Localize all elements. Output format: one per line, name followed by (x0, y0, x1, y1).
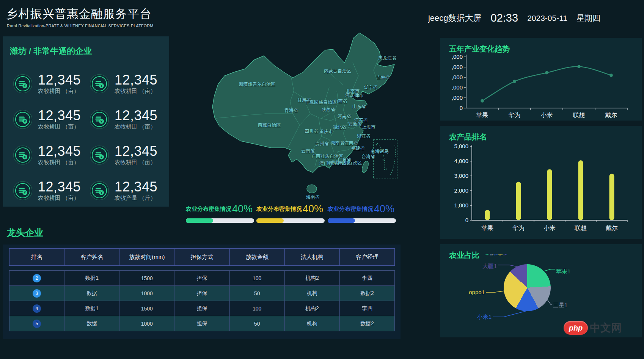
table-body: 2数据11500担保100机构2李四3数据1000担保50机构数据24数据115… (9, 271, 394, 331)
table-cell: 担保 (174, 316, 229, 331)
svg-text:小米1: 小米1 (477, 314, 492, 320)
stats-panel: 潍坊 / 非常牛逼的企业 ¥12,345农牧耕田 （亩）¥12,345农牧耕田 … (3, 36, 169, 207)
stat-value: 12,345 (115, 73, 157, 87)
province-label: 湖南省 (331, 140, 344, 146)
rank-cell: 3 (9, 285, 64, 301)
svg-text:1,000: 1,000 (454, 202, 468, 209)
dashboard-root: 乡村振兴普惠金融服务平台 Rural Revitalization-PRATT … (0, 0, 644, 359)
progress-label: 农业分布密集情况 (186, 205, 231, 213)
province-label: 贵州省 (315, 141, 329, 147)
page-subtitle: Rural Revitalization-PRATT & WHITNEY FIN… (7, 24, 154, 28)
stat-value: 12,345 (115, 144, 157, 158)
svg-text:¥: ¥ (24, 84, 26, 88)
coin-stack-yuan-icon: ¥ (90, 181, 109, 201)
stat-value: 12,345 (38, 108, 81, 123)
stat-value: 12,345 (38, 73, 81, 87)
svg-text:,000: ,000 (452, 53, 463, 60)
province-label: 内蒙古自治区 (324, 68, 351, 74)
density-progress: 农业分布密集情况40% (186, 203, 264, 223)
progress-label: 农业分布密集情况 (328, 205, 373, 213)
svg-text:5,000: 5,000 (454, 143, 468, 149)
table-cell: 担保 (174, 270, 229, 286)
progress-value: 40% (303, 203, 323, 215)
progress-fill (256, 218, 284, 223)
table-cell: 数据2 (339, 285, 395, 301)
svg-text:苹果: 苹果 (476, 112, 488, 118)
stat-card: ¥12,345农牧耕田 （亩） (90, 138, 166, 172)
table-header-cell: 放款时间(min) (119, 248, 174, 266)
province-label: 山西省 (334, 98, 347, 105)
clock-time: 02:33 (491, 12, 518, 24)
svg-text:¥: ¥ (24, 155, 26, 159)
progress-track (186, 218, 254, 223)
stat-card: ¥12,345农牧耕田 （亩） (13, 174, 90, 208)
leading-enterprises-table: 排名客户姓名放款时间(min)担保方式放款金额法人机构客户经理 2数据11500… (3, 245, 401, 339)
stat-label: 农牧耕田 （亩） (38, 194, 81, 202)
svg-text:¥: ¥ (24, 119, 26, 123)
ranking-bar-chart[interactable]: 01,0002,0003,0004,0005,000苹果华为小米联想戴尔 (445, 143, 637, 237)
province-label: 湖北省 (333, 124, 346, 131)
svg-text:,000: ,000 (452, 94, 463, 101)
table-row[interactable]: 4数据11500担保100机构2李四 (9, 301, 394, 316)
table-row[interactable]: 3数据1000担保50机构数据2 (9, 286, 394, 301)
province-label: 上海市 (362, 124, 375, 130)
svg-text:苹果1: 苹果1 (556, 268, 570, 274)
svg-text:0: 0 (460, 105, 463, 111)
table-cell: 100 (229, 301, 285, 316)
page-title: 乡村振兴普惠金融服务平台 (6, 6, 152, 22)
table-cell: 50 (229, 316, 285, 331)
table-cell: 数据 (64, 285, 119, 301)
province-label: 青海省 (284, 107, 298, 114)
rank-badge: 5 (33, 320, 41, 328)
province-label: 西藏自治区 (258, 122, 281, 129)
stat-label: 农牧耕田 （亩） (115, 159, 157, 166)
table-cell: 担保 (174, 301, 229, 316)
trend-line-chart[interactable]: 0,000,000,000,000,000苹果华为小米联想戴尔 (445, 52, 637, 120)
province-label: 吉林省 (376, 74, 390, 81)
svg-text:戴尔: 戴尔 (605, 112, 617, 118)
province-label: 海南省 (306, 194, 320, 201)
svg-text:,000: ,000 (452, 74, 463, 80)
stat-card: ¥12,345农牧耕田 （亩） (90, 67, 166, 101)
svg-text:大疆1: 大疆1 (482, 263, 497, 269)
province-label: 天津市 (350, 92, 364, 99)
stat-label: 农牧耕田 （亩） (115, 88, 157, 95)
svg-text:戴尔: 戴尔 (606, 225, 618, 231)
watermark: php 中文网 (564, 321, 622, 335)
province-label: 黑龙江省 (378, 55, 396, 61)
svg-text:¥: ¥ (101, 155, 102, 159)
svg-text:联想: 联想 (574, 225, 587, 231)
table-section-title: 龙头企业 (7, 227, 43, 239)
svg-text:¥: ¥ (101, 191, 102, 194)
china-map[interactable]: 新疆维吾尔自治区黑龙江省内蒙古自治区吉林省辽宁省北京市河北省天津市甘肃省宁夏回族… (174, 30, 410, 225)
stat-card: ¥12,345农牧耕田 （亩） (90, 102, 166, 136)
coin-stack-yuan-icon: ¥ (13, 145, 33, 165)
svg-text:4,000: 4,000 (454, 158, 468, 164)
stat-value: 12,345 (38, 144, 81, 158)
progress-fill (328, 218, 355, 223)
svg-text:,000: ,000 (452, 64, 463, 70)
svg-text:小米: 小米 (541, 112, 553, 118)
ranking-panel-title: 农产品排名 (449, 132, 642, 142)
table-cell: 1500 (119, 301, 174, 316)
table-row[interactable]: 5数据1000担保50机构数据2 (9, 316, 394, 331)
header-right: jeecg数据大屏 02:33 2023-05-11 星期四 (428, 0, 600, 36)
table-cell: 机构2 (284, 301, 340, 316)
watermark-text: 中文网 (590, 321, 622, 335)
province-label: 辽宁省 (364, 84, 378, 91)
svg-text:0: 0 (465, 217, 468, 223)
coin-stack-yuan-icon: ¥ (90, 110, 109, 129)
table-cell: 50 (229, 285, 285, 301)
stat-value: 12,345 (38, 180, 81, 194)
brand-label[interactable]: jeecg数据大屏 (428, 13, 482, 24)
progress-value: 40% (374, 203, 394, 215)
ranking-panel: 农产品排名 01,0002,0003,0004,0005,000苹果华为小米联想… (440, 126, 642, 239)
table-cell: 李四 (339, 270, 395, 286)
rank-cell: 2 (9, 270, 64, 286)
table-header-cell: 客户经理 (339, 248, 395, 266)
table-row[interactable]: 2数据11500担保100机构2李四 (9, 271, 394, 286)
weekday-label: 星期四 (576, 13, 600, 24)
table-header-cell: 担保方式 (174, 248, 229, 266)
rank-badge: 3 (33, 289, 41, 298)
province-label: 台湾省 (361, 154, 375, 160)
